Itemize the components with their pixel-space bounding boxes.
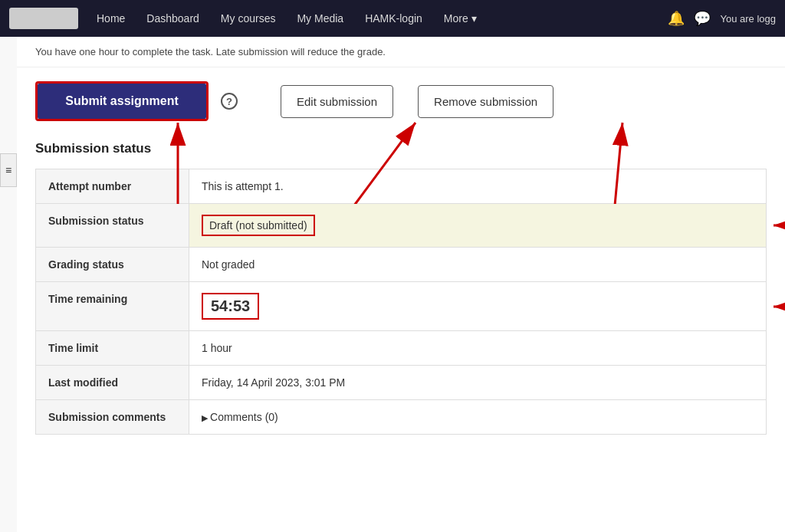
comments-toggle[interactable]: Comments (0) <box>202 411 278 423</box>
row-value-time-limit: 1 hour <box>189 331 767 366</box>
nav-links: Home Dashboard My courses My Media HAMK-… <box>86 0 668 37</box>
row-value-submission-status: Draft (not submitted) <box>189 204 767 248</box>
sidebar-toggle[interactable]: ≡ <box>0 153 17 187</box>
row-value-time-remaining: 54:53 <box>189 282 767 331</box>
submission-section-title: Submission status <box>35 141 767 156</box>
row-label-submission-comments: Submission comments <box>36 400 189 435</box>
nav-home[interactable]: Home <box>86 0 136 37</box>
status-table: Attempt number This is attempt 1. Submis… <box>35 169 767 435</box>
nav-my-courses[interactable]: My courses <box>210 0 287 37</box>
table-row: Grading status Not graded <box>36 248 767 282</box>
nav-more[interactable]: More ▾ <box>433 0 488 37</box>
row-value-submission-comments[interactable]: Comments (0) <box>189 400 767 435</box>
notification-icon[interactable]: 🔔 <box>668 10 685 27</box>
table-row: Submission status Draft (not submitted) <box>36 204 767 248</box>
main-content: You have one hour to complete the task. … <box>17 37 785 532</box>
table-row: Time remaining 54:53 <box>36 282 767 331</box>
row-label-last-modified: Last modified <box>36 366 189 400</box>
row-label-time-limit: Time limit <box>36 331 189 366</box>
edit-submission-wrapper: Edit submission <box>281 85 393 118</box>
submit-wrapper: Submit assignment <box>35 81 209 121</box>
action-bar: Submit assignment ? Edit submission Remo… <box>17 67 785 135</box>
row-label-submission-status: Submission status <box>36 204 189 248</box>
table-row: Submission comments Comments (0) <box>36 400 767 435</box>
table-row: Attempt number This is attempt 1. <box>36 169 767 204</box>
nav-dashboard[interactable]: Dashboard <box>136 0 210 37</box>
help-icon[interactable]: ? <box>221 93 238 110</box>
submission-section: Submission status Attempt number This is… <box>17 135 785 447</box>
row-label-time-remaining: Time remaining <box>36 282 189 331</box>
submit-assignment-button[interactable]: Submit assignment <box>38 84 206 119</box>
user-label: You are logg <box>720 13 776 25</box>
row-value-last-modified: Friday, 14 April 2023, 3:01 PM <box>189 366 767 400</box>
nav-right: 🔔 💬 You are logg <box>668 10 776 27</box>
table-row: Time limit 1 hour <box>36 331 767 366</box>
info-text: You have one hour to complete the task. … <box>35 46 386 57</box>
row-label-grading-status: Grading status <box>36 248 189 282</box>
timer-value: 54:53 <box>202 293 259 320</box>
draft-arrow-svg <box>766 214 785 237</box>
nav-hamk-login[interactable]: HAMK-login <box>354 0 433 37</box>
draft-badge: Draft (not submitted) <box>202 215 315 236</box>
chat-icon[interactable]: 💬 <box>694 10 711 27</box>
row-value-grading-status: Not graded <box>189 248 767 282</box>
navbar: Home Dashboard My courses My Media HAMK-… <box>0 0 785 37</box>
brand-logo <box>9 8 78 29</box>
table-row: Last modified Friday, 14 April 2023, 3:0… <box>36 366 767 400</box>
row-value-attempt-number: This is attempt 1. <box>189 169 767 204</box>
nav-my-media[interactable]: My Media <box>286 0 354 37</box>
info-bar: You have one hour to complete the task. … <box>17 37 785 67</box>
timer-arrow-svg <box>766 295 785 318</box>
remove-submission-button[interactable]: Remove submission <box>418 85 553 118</box>
remove-submission-wrapper: Remove submission <box>418 85 553 118</box>
edit-submission-button[interactable]: Edit submission <box>281 85 393 118</box>
row-label-attempt-number: Attempt number <box>36 169 189 204</box>
menu-icon: ≡ <box>5 164 11 176</box>
